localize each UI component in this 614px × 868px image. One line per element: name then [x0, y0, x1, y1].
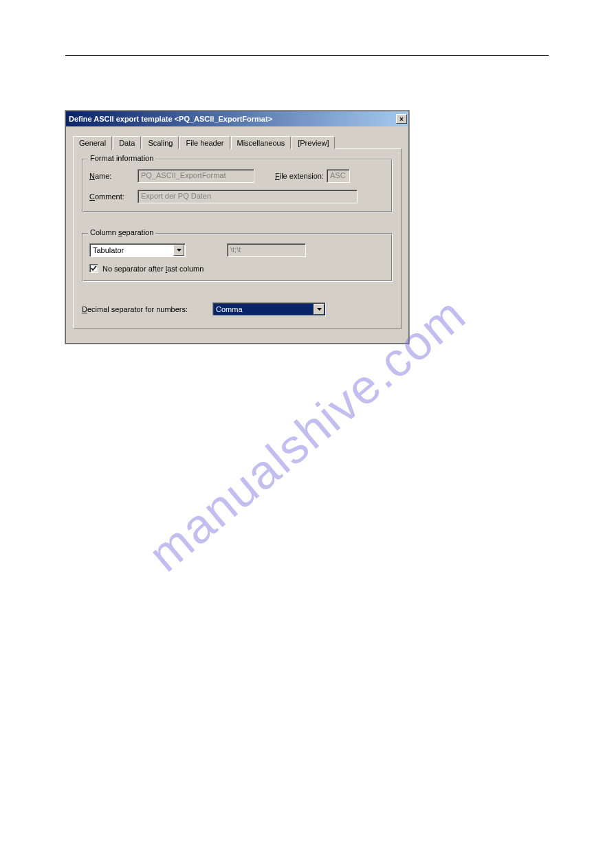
tab-preview[interactable]: [Preview] [292, 136, 335, 149]
tab-general[interactable]: General [73, 136, 112, 150]
combo-text: Tabulator [90, 246, 173, 254]
svg-marker-0 [177, 249, 182, 252]
dialog-body: General Data Scaling File header Miscell… [66, 126, 408, 343]
chevron-down-icon[interactable] [173, 245, 184, 256]
decimal-separator-combo[interactable]: Comma [212, 302, 326, 316]
tab-panel-general: Format information Name: PQ_ASCII_Export… [73, 148, 402, 329]
no-separator-label: No separator after last column [102, 265, 204, 273]
close-icon: × [399, 115, 404, 123]
tab-scaling[interactable]: Scaling [142, 136, 179, 149]
row-decimal-separator: Decimal separator for numbers: Comma [82, 302, 393, 316]
group-format-information: Format information Name: PQ_ASCII_Export… [82, 159, 393, 212]
name-field[interactable]: PQ_ASCII_ExportFormat [138, 169, 254, 183]
page-divider [65, 55, 549, 56]
comment-field[interactable]: Export der PQ Daten [138, 190, 358, 203]
combo-text: Comma [213, 305, 313, 313]
titlebar: Define ASCII export template <PQ_ASCII_E… [66, 111, 408, 126]
decimal-label: Decimal separator for numbers: [82, 305, 212, 313]
chevron-down-icon[interactable] [314, 304, 325, 315]
close-button[interactable]: × [396, 114, 407, 124]
name-label: Name: [89, 172, 138, 180]
no-separator-checkbox[interactable] [89, 264, 98, 273]
titlebar-text: Define ASCII export template <PQ_ASCII_E… [69, 115, 272, 123]
export-template-dialog: Define ASCII export template <PQ_ASCII_E… [65, 111, 409, 344]
separator-text-field[interactable]: \t;\t [227, 243, 306, 257]
tab-data[interactable]: Data [113, 136, 141, 149]
row-name: Name: PQ_ASCII_ExportFormat File extensi… [89, 169, 385, 183]
ext-label: File extension: [275, 172, 324, 180]
tab-file-header[interactable]: File header [179, 136, 230, 149]
row-no-separator-last: No separator after last column [89, 264, 385, 273]
file-extension-field[interactable]: ASC [327, 169, 350, 183]
row-separator: Tabulator \t;\t [89, 243, 385, 257]
comment-label: Comment: [89, 192, 138, 201]
tabstrip: General Data Scaling File header Miscell… [73, 135, 402, 148]
group-legend-colsep: Column separation [88, 228, 155, 236]
check-icon [91, 265, 97, 271]
column-separator-combo[interactable]: Tabulator [89, 243, 186, 257]
svg-marker-1 [317, 308, 322, 311]
row-comment: Comment: Export der PQ Daten [89, 190, 385, 203]
group-column-separation: Column separation Tabulator \t;\t [82, 233, 393, 282]
tab-miscellaneous[interactable]: Miscellaneous [231, 136, 292, 149]
group-legend-format: Format information [88, 154, 155, 162]
